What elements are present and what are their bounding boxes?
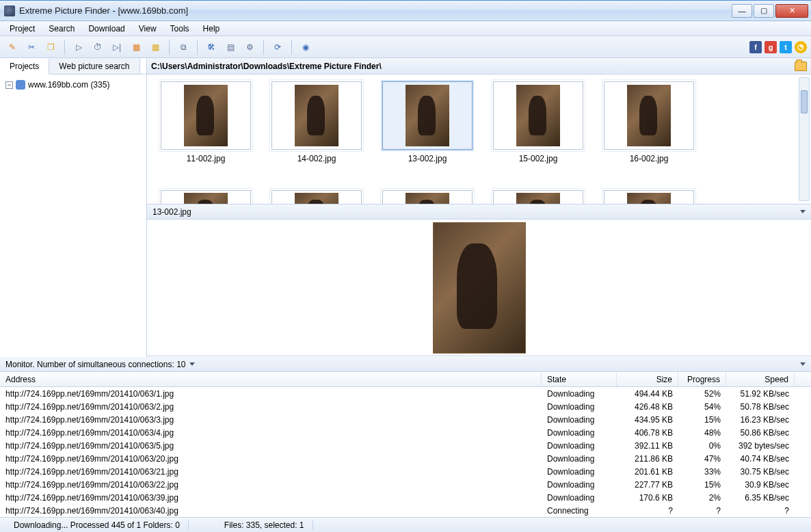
- tab-projects[interactable]: Projects: [0, 59, 49, 75]
- cell-size: 434.95 KB: [617, 414, 678, 425]
- workspace: ProjectsWeb picture search −www.169bb.co…: [0, 58, 811, 357]
- cell-addr: http://724.169pp.net/169mm/201410/063/2.…: [0, 401, 542, 412]
- pause-icon[interactable]: ⏱: [90, 39, 106, 55]
- thumbnail-image[interactable]: [271, 190, 362, 204]
- project-tree: −www.169bb.com (335): [0, 75, 146, 357]
- project-settings-icon[interactable]: ✂: [23, 39, 40, 55]
- col-size[interactable]: Size: [617, 373, 678, 386]
- cell-state: Downloading: [542, 453, 617, 464]
- thumbnail-item[interactable]: 15-002.jpg: [493, 81, 583, 197]
- download-row[interactable]: http://724.169pp.net/169mm/201410/063/22…: [0, 478, 811, 491]
- open-folder-icon[interactable]: [795, 62, 807, 71]
- cell-addr: http://724.169pp.net/169mm/201410/063/21…: [0, 466, 542, 477]
- expand-icon[interactable]: −: [5, 81, 13, 89]
- cell-size: 211.86 KB: [617, 453, 678, 464]
- thumbnail-grid: 11-002.jpg14-002.jpg13-002.jpg15-002.jpg…: [147, 75, 811, 204]
- thumbnail-item[interactable]: 11-002.jpg: [161, 81, 251, 197]
- thumbnail-filename: 11-002.jpg: [187, 154, 226, 163]
- col-state[interactable]: State: [542, 373, 617, 386]
- download-row[interactable]: http://724.169pp.net/169mm/201410/063/3.…: [0, 413, 811, 426]
- play-icon[interactable]: ▷: [70, 39, 87, 55]
- monitor-label: Monitor. Number of simultaneous connecti…: [5, 360, 185, 369]
- cell-addr: http://724.169pp.net/169mm/201410/063/22…: [0, 479, 542, 490]
- col-progress[interactable]: Progress: [678, 373, 726, 386]
- download-row[interactable]: http://724.169pp.net/169mm/201410/063/20…: [0, 452, 811, 465]
- menu-tools[interactable]: Tools: [163, 23, 196, 35]
- menu-project[interactable]: Project: [3, 23, 42, 35]
- image-placeholder: [406, 85, 449, 146]
- status-downloading: Downloading... Processed 445 of 1 Folder…: [5, 520, 189, 530]
- thumbnail-image[interactable]: [604, 81, 694, 150]
- download-row[interactable]: http://724.169pp.net/169mm/201410/063/4.…: [0, 426, 811, 439]
- cell-speed: 30.9 KB/sec: [726, 479, 795, 490]
- chevron-down-icon: [800, 362, 806, 366]
- image-placeholder: [516, 193, 560, 204]
- cell-addr: http://724.169pp.net/169mm/201410/063/20…: [0, 453, 542, 464]
- separator: [197, 40, 198, 55]
- cell-speed: 16.23 KB/sec: [726, 414, 795, 425]
- close-button[interactable]: ✕: [775, 4, 808, 18]
- cell-state: Downloading: [542, 414, 617, 425]
- separator: [64, 40, 65, 55]
- cell-size: 201.61 KB: [617, 466, 678, 477]
- tab-web-picture-search[interactable]: Web picture search: [49, 58, 139, 74]
- cell-size: 392.11 KB: [617, 440, 678, 451]
- download-row[interactable]: http://724.169pp.net/169mm/201410/063/39…: [0, 491, 811, 504]
- thumb-scrollbar[interactable]: [799, 77, 810, 201]
- thumbnail-image[interactable]: [161, 81, 251, 150]
- download-row[interactable]: http://724.169pp.net/169mm/201410/063/2.…: [0, 400, 811, 413]
- thumbnail-image[interactable]: [161, 190, 251, 204]
- download-row[interactable]: http://724.169pp.net/169mm/201410/063/5.…: [0, 439, 811, 452]
- thumbnail-image[interactable]: [493, 81, 583, 150]
- tool1-icon[interactable]: 🛠: [203, 39, 220, 55]
- owl-icon[interactable]: ◔: [795, 41, 807, 53]
- thumbnail-item[interactable]: 14-002.jpg: [271, 81, 362, 197]
- new-project-icon[interactable]: ✎: [4, 39, 21, 55]
- monitor-bar[interactable]: Monitor. Number of simultaneous connecti…: [0, 357, 811, 372]
- thumbnail-image[interactable]: [382, 81, 473, 150]
- download-row[interactable]: http://724.169pp.net/169mm/201410/063/21…: [0, 465, 811, 478]
- grid2-icon[interactable]: ▦: [147, 39, 163, 55]
- thumbnail-image[interactable]: [604, 190, 694, 204]
- app-window: Extreme Picture Finder - [www.169bb.com]…: [0, 0, 811, 532]
- cell-state: Downloading: [542, 479, 617, 490]
- thumbnail-image[interactable]: [271, 81, 362, 150]
- menu-help[interactable]: Help: [196, 23, 227, 35]
- preview-header[interactable]: 13-002.jpg: [147, 204, 811, 220]
- grid1-icon[interactable]: ▦: [128, 39, 144, 55]
- copy-icon[interactable]: ⧉: [175, 39, 191, 55]
- help-icon[interactable]: ◉: [297, 39, 314, 55]
- chevron-down-icon: [189, 362, 195, 366]
- path-bar: C:\Users\Administrator\Downloads\Extreme…: [147, 58, 811, 75]
- facebook-icon[interactable]: f: [749, 41, 762, 53]
- col-speed[interactable]: Speed: [726, 373, 795, 386]
- cell-prog: 48%: [678, 427, 726, 438]
- menu-view[interactable]: View: [132, 23, 163, 35]
- thumbnail-item[interactable]: 13-002.jpg: [382, 81, 473, 197]
- cell-state: Downloading: [542, 466, 617, 477]
- cell-speed: 6.35 KB/sec: [726, 492, 795, 503]
- menu-download[interactable]: Download: [81, 23, 131, 35]
- download-row[interactable]: http://724.169pp.net/169mm/201410/063/40…: [0, 504, 811, 517]
- col-address[interactable]: Address: [0, 373, 542, 386]
- googleplus-icon[interactable]: g: [765, 41, 777, 53]
- preview-image[interactable]: [433, 222, 526, 354]
- skip-icon[interactable]: ▷|: [109, 39, 125, 55]
- highlight-icon[interactable]: ❐: [42, 39, 59, 55]
- thumbnail-image[interactable]: [382, 190, 473, 204]
- cell-prog: ?: [678, 505, 726, 516]
- thumb-scrollbar-thumb[interactable]: [801, 90, 808, 114]
- download-row[interactable]: http://724.169pp.net/169mm/201410/063/1.…: [0, 387, 811, 400]
- twitter-icon[interactable]: t: [780, 41, 792, 53]
- refresh-icon[interactable]: ⟳: [269, 39, 286, 55]
- thumbnail-image[interactable]: [493, 190, 583, 204]
- layout-icon[interactable]: ▤: [222, 39, 239, 55]
- maximize-button[interactable]: ▢: [754, 4, 774, 18]
- menu-search[interactable]: Search: [42, 23, 81, 35]
- thumbnail-item[interactable]: 16-002.jpg: [604, 81, 694, 197]
- tree-node[interactable]: −www.169bb.com (335): [4, 79, 142, 91]
- gear-icon[interactable]: ⚙: [241, 39, 258, 55]
- image-placeholder: [295, 85, 338, 146]
- cell-state: Downloading: [542, 388, 617, 399]
- minimize-button[interactable]: —: [732, 4, 752, 18]
